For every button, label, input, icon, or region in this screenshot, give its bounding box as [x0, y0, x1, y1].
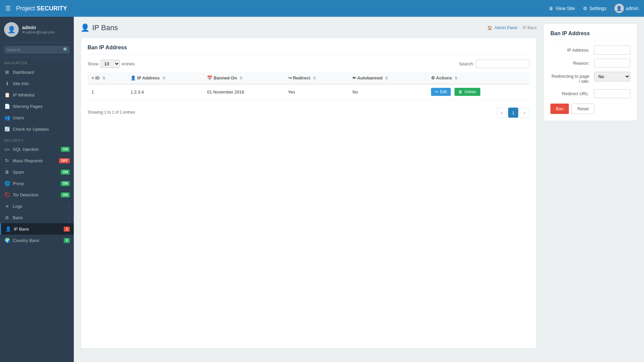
- redirect-url-input[interactable]: [594, 89, 630, 98]
- entries-per-page-select[interactable]: 10 25 50 100: [101, 60, 120, 68]
- sidebar-item-label: Proxy: [13, 181, 58, 186]
- search-icon: 🔍: [63, 47, 68, 52]
- unban-button[interactable]: 🗑 Unban: [454, 88, 480, 96]
- reason-row: Reason:: [550, 59, 630, 68]
- col-actions: ⚙ Actions ⇅: [427, 72, 530, 84]
- table-controls: Show 10 25 50 100 entries Search:: [88, 60, 530, 68]
- count-badge: 1: [64, 227, 70, 232]
- status-badge: ON: [61, 147, 70, 152]
- pagination-next[interactable]: ›: [520, 108, 530, 118]
- breadcrumb-home[interactable]: Admin Panel: [494, 25, 517, 30]
- admin-user-link[interactable]: 👤 admin: [614, 4, 639, 13]
- sidebar-item-label: Logs: [13, 204, 66, 209]
- form-actions: Ban Reset: [550, 104, 630, 114]
- trash-icon: 🗑: [459, 89, 463, 94]
- col-ip[interactable]: 👤 IP Address ⇅: [126, 72, 203, 84]
- sidebar-search-container: 🔍: [0, 43, 74, 57]
- sort-icon: ⇅: [385, 76, 388, 80]
- sidebar-item-label: IP Whitelist: [13, 93, 70, 98]
- page-title: 👤 IP Bans: [80, 23, 118, 32]
- col-redirect[interactable]: ↪ Redirect ⇅: [284, 72, 348, 84]
- ip-bans-table: ≡ ID ⇅ 👤 IP Address ⇅ 📅 Ba: [88, 72, 530, 100]
- pagination-prev[interactable]: ‹: [497, 108, 507, 118]
- page-title-icon: 👤: [80, 23, 90, 32]
- calendar-icon: 📅: [207, 75, 212, 80]
- col-autobanned[interactable]: ✏ Autobanned ⇅: [348, 72, 427, 84]
- pagination-page-1[interactable]: 1: [508, 108, 518, 118]
- reset-button[interactable]: Reset: [572, 104, 594, 114]
- sidebar-item-bans[interactable]: ⊘ Bans ›: [0, 212, 74, 223]
- sidebar-item-ip-whitelist[interactable]: 📋 IP Whitelist: [0, 89, 74, 101]
- ban-button[interactable]: Ban: [550, 104, 569, 114]
- sidebar-item-spam[interactable]: 🖥 Spam ON: [0, 166, 74, 178]
- redirect-row: Redirecting to page / site: No Yes: [550, 72, 630, 85]
- cell-banned-on: 01 November 2016: [203, 84, 284, 100]
- settings-link[interactable]: ⚙ Settings: [583, 6, 606, 11]
- sidebar-item-label: Spam: [13, 170, 58, 175]
- card-title: Ban IP Address: [88, 45, 530, 54]
- sidebar: 👤 admin ✉ admin@mail.com 🔍 NAVIGATION ⊞ …: [0, 17, 74, 362]
- chevron-right-icon: ›: [68, 204, 70, 208]
- breadcrumb-current: IP Bans: [523, 25, 537, 30]
- sidebar-item-ip-bans[interactable]: 👤 IP Bans 1: [0, 223, 74, 235]
- sidebar-item-tor-detection[interactable]: 🚫 Tor Detection ON: [0, 189, 74, 200]
- avatar: 👤: [4, 22, 19, 37]
- sidebar-item-mass-requests[interactable]: ↻ Mass Requests OFF: [0, 155, 74, 166]
- col-banned-on[interactable]: 📅 Banned On ⇅: [203, 72, 284, 84]
- sidebar-item-site-info[interactable]: ℹ Site Info: [0, 78, 74, 89]
- main-content: 👤 IP Bans 🏠 Admin Panel › IP Bans Ban IP…: [74, 17, 543, 362]
- pencil-icon: ✏: [353, 75, 356, 80]
- col-id[interactable]: ≡ ID ⇅: [88, 72, 126, 84]
- home-icon: 🏠: [487, 25, 492, 30]
- status-badge: ON: [61, 181, 70, 186]
- sidebar-item-country-bans[interactable]: 🌍 Country Bans 0: [0, 235, 74, 246]
- proxy-icon: 🌐: [4, 181, 10, 186]
- sidebar-item-label: Tor Detection: [13, 192, 58, 197]
- reason-label: Reason:: [550, 59, 591, 66]
- sidebar-item-dashboard[interactable]: ⊞ Dashboard: [0, 66, 74, 78]
- status-badge: ON: [61, 170, 70, 175]
- users-icon: 👥: [4, 115, 10, 120]
- reason-input[interactable]: [594, 59, 630, 68]
- redirect-icon: ↪: [288, 75, 292, 80]
- count-badge: 0: [64, 238, 70, 243]
- view-site-link[interactable]: 🖥 View Site: [549, 6, 575, 11]
- refresh-icon: 🔄: [4, 126, 10, 132]
- breadcrumb: 🏠 Admin Panel › IP Bans: [487, 25, 537, 30]
- sidebar-item-warning-pages[interactable]: 📄 Warning Pages: [0, 101, 74, 112]
- edit-button[interactable]: ✏ Edit: [431, 88, 451, 96]
- app-brand: Project SECURITY: [16, 5, 549, 12]
- sidebar-item-users[interactable]: 👥 Users: [0, 112, 74, 123]
- dashboard-icon: ⊞: [4, 69, 10, 75]
- ban-form-panel: Ban IP Address IP Address: Reason: Redir…: [543, 23, 637, 121]
- table-info: Showing 1 to 1 of 1 entries: [88, 110, 135, 115]
- sidebar-item-sql-injection[interactable]: </> SQL Injection ON: [0, 144, 74, 155]
- sidebar-item-logs[interactable]: ≡ Logs ›: [0, 200, 74, 212]
- sidebar-item-label: Dashboard: [13, 70, 70, 75]
- redirect-select[interactable]: No Yes: [594, 72, 630, 81]
- security-section-label: SECURITY: [0, 135, 74, 144]
- sidebar-item-check-updates[interactable]: 🔄 Check for Updates: [0, 123, 74, 135]
- sidebar-email: ✉ admin@mail.com: [22, 30, 55, 35]
- sort-icon: ⇅: [162, 76, 165, 80]
- sidebar-item-proxy[interactable]: 🌐 Proxy ON: [0, 178, 74, 189]
- hamburger-menu[interactable]: ☰: [5, 5, 11, 12]
- sidebar-item-label: SQL Injection: [13, 147, 58, 152]
- gear-icon: ⚙: [431, 75, 435, 80]
- status-badge: OFF: [59, 158, 70, 163]
- cell-autobanned: No: [348, 84, 427, 100]
- monitor-icon: 🖥: [549, 6, 553, 11]
- search-input[interactable]: [7, 47, 63, 52]
- ip-address-label: IP Address:: [550, 46, 591, 53]
- country-bans-icon: 🌍: [4, 238, 10, 243]
- show-entries-control: Show 10 25 50 100 entries: [88, 60, 135, 68]
- redirect-url-row: Redirect URL:: [550, 89, 630, 98]
- sidebar-username: admin: [22, 25, 55, 30]
- cell-ip: 1.2.3.4: [126, 84, 203, 100]
- spam-icon: 🖥: [4, 169, 10, 175]
- table-search-input[interactable]: [476, 60, 530, 68]
- search-label: Search:: [459, 61, 474, 66]
- sidebar-profile: 👤 admin ✉ admin@mail.com: [0, 17, 74, 43]
- ip-bans-card: Ban IP Address Show 10 25 50 100 entries: [80, 38, 537, 349]
- ip-address-input[interactable]: [594, 46, 630, 55]
